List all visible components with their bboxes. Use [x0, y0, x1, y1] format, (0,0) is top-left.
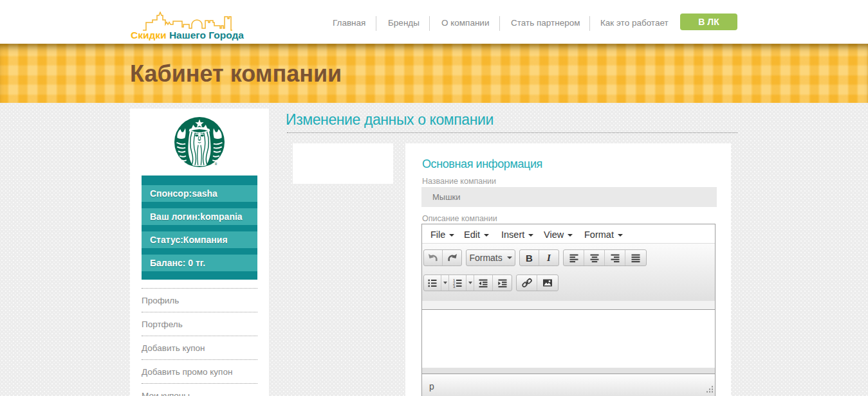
svg-text:3: 3	[453, 285, 456, 288]
